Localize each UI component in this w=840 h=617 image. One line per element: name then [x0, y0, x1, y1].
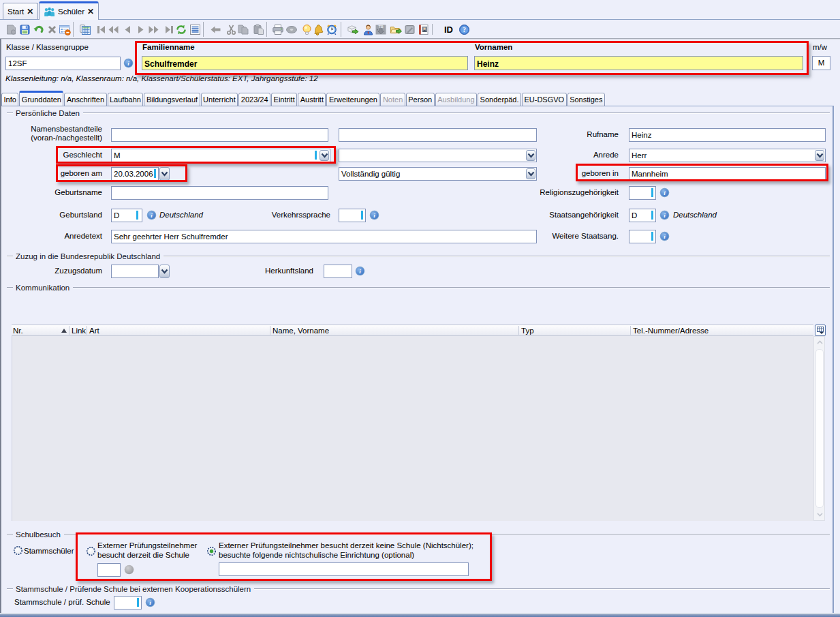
info-icon[interactable]: i — [659, 231, 670, 241]
klasse-input[interactable]: 12SF — [5, 57, 121, 70]
column-chooser-button[interactable] — [815, 325, 826, 336]
save-button[interactable] — [18, 23, 31, 35]
info-icon[interactable]: i — [146, 210, 157, 220]
einrichtung-input[interactable] — [219, 562, 469, 576]
info-icon[interactable]: i — [369, 210, 379, 220]
copy-button[interactable] — [237, 23, 249, 35]
hint-bulb-button[interactable] — [300, 23, 313, 35]
tab-eintritt[interactable]: Eintritt — [271, 93, 297, 106]
tab-unterricht[interactable]: Unterricht — [201, 93, 238, 106]
column-header-nr[interactable]: Nr. — [13, 327, 23, 335]
zuzugsdatum-input[interactable] — [111, 265, 159, 278]
navigate-back-button[interactable] — [209, 23, 221, 35]
column-header-art[interactable]: Art — [89, 327, 99, 335]
close-icon[interactable]: ✕ — [27, 7, 33, 16]
window-tab-schueler[interactable]: Schüler ✕ — [39, 1, 99, 20]
alarm-clock-button[interactable] — [326, 23, 338, 35]
anrede-combo[interactable]: Herr — [629, 149, 826, 162]
tab-erweiterungen[interactable]: Erweiterungen — [326, 93, 379, 106]
folder-export-button[interactable] — [390, 23, 402, 35]
mw-input[interactable]: M — [812, 56, 830, 70]
herkunftsland-input[interactable] — [324, 265, 352, 278]
address-book-button[interactable] — [417, 23, 429, 35]
list-view-button[interactable] — [189, 23, 201, 35]
info-icon[interactable]: i — [659, 210, 670, 220]
next-record-button[interactable] — [134, 23, 146, 35]
rufname-input[interactable]: Heinz — [629, 128, 826, 142]
fast-backward-button[interactable] — [107, 23, 119, 35]
column-header-name-vorname[interactable]: Name, Vorname — [273, 327, 329, 335]
delete-button[interactable] — [46, 23, 58, 35]
disc-button[interactable] — [285, 23, 298, 35]
new-button[interactable] — [5, 23, 17, 35]
namensbestandteile-input-1[interactable] — [111, 128, 328, 142]
module-export-button[interactable] — [347, 23, 359, 35]
familienname-input[interactable]: Schulfremder — [142, 56, 468, 70]
anrede-dropdown-button[interactable] — [815, 150, 824, 161]
tab-laufbahn[interactable]: Laufbahn — [108, 93, 144, 106]
form-remove-button[interactable] — [59, 23, 71, 35]
zuzugsdatum-dropdown-button[interactable] — [159, 265, 170, 278]
table-scrollbar[interactable] — [813, 336, 825, 521]
id-button[interactable]: ID — [444, 25, 453, 35]
geschlecht-combo[interactable]: M — [111, 149, 330, 162]
print-button[interactable] — [272, 23, 284, 35]
tab-grunddaten[interactable]: Grunddaten — [19, 91, 63, 106]
extern-schule-input[interactable] — [97, 563, 121, 577]
anredetext-input[interactable]: Sehr geehrter Herr Schulfremder — [111, 230, 537, 243]
first-record-button[interactable] — [95, 23, 107, 35]
gueltigkeit-combo[interactable]: Vollständig gültig — [339, 167, 537, 181]
info-icon[interactable]: i — [123, 58, 134, 68]
namensbestandteile-input-2[interactable] — [339, 128, 537, 142]
scroll-up-icon[interactable] — [815, 339, 824, 346]
tab-bildungsverlauf[interactable]: Bildungsverlauf — [144, 93, 200, 106]
column-header-link[interactable]: Link — [72, 327, 86, 335]
scrollbar-thumb[interactable] — [815, 349, 824, 508]
radio-extern-schule-label-line1[interactable]: Externer Prüfungsteilnehmer — [97, 541, 197, 550]
last-record-button[interactable] — [163, 23, 175, 35]
geboren-in-input[interactable]: Mannheim — [629, 167, 826, 181]
previous-record-button[interactable] — [121, 23, 134, 35]
kommunikation-table-body[interactable] — [12, 336, 813, 521]
geburtsname-input[interactable] — [111, 186, 328, 200]
vornamen-input[interactable]: Heinz — [474, 56, 803, 70]
paste-button[interactable] — [252, 23, 264, 35]
datasheet-button[interactable] — [79, 23, 91, 35]
tab-austritt[interactable]: Austritt — [298, 93, 326, 106]
fast-forward-button[interactable] — [147, 23, 159, 35]
user-button[interactable] — [362, 23, 374, 35]
tab-info[interactable]: Info — [1, 93, 18, 106]
radio-extern-keine-label-line2[interactable]: besuchte folgende nichtschulische Einric… — [219, 551, 414, 559]
refresh-button[interactable] — [175, 23, 187, 35]
radio-stammschueler[interactable] — [13, 545, 23, 556]
tab-sonstiges[interactable]: Sonstiges — [567, 93, 605, 106]
geschlecht-dropdown-button[interactable] — [320, 150, 329, 161]
tab-2023-24[interactable]: 2023/24 — [238, 93, 270, 106]
geschlecht-zusatz-combo[interactable] — [339, 149, 537, 162]
radio-extern-besucht-schule[interactable] — [86, 546, 96, 556]
radio-extern-schule-label-line2[interactable]: besucht derzeit die Schule — [97, 551, 189, 559]
tab-person[interactable]: Person — [406, 93, 435, 106]
info-icon[interactable]: i — [355, 266, 365, 276]
help-button[interactable]: ? — [458, 23, 470, 35]
notification-bell-button[interactable] — [313, 23, 325, 35]
column-header-typ[interactable]: Typ — [521, 327, 534, 335]
close-icon[interactable]: ✕ — [87, 7, 94, 16]
geboren-am-input[interactable]: 20.03.2006 — [111, 167, 159, 181]
scroll-down-icon[interactable] — [815, 511, 824, 518]
notes-button[interactable] — [403, 23, 416, 35]
cut-button[interactable] — [225, 23, 237, 35]
tab-anschriften[interactable]: Anschriften — [64, 93, 106, 106]
info-icon[interactable]: i — [145, 597, 155, 607]
undo-button[interactable] — [32, 23, 44, 35]
info-icon[interactable]: i — [659, 187, 670, 198]
radio-extern-keine-schule[interactable] — [206, 546, 217, 556]
tb-transfer-button[interactable]: TB — [375, 23, 387, 35]
radio-stammschueler-label[interactable]: Stammschüler — [24, 547, 74, 555]
tab-sonderpaed[interactable]: Sonderpäd. — [478, 93, 521, 106]
column-header-tel-adresse[interactable]: Tel.-Nummer/Adresse — [633, 327, 709, 335]
geboren-am-dropdown-button[interactable] — [159, 167, 170, 181]
radio-extern-keine-label-line1[interactable]: Externer Prüfungsteilnehmer besucht derz… — [219, 541, 473, 550]
window-tab-start[interactable]: Start ✕ — [3, 3, 38, 20]
tab-eu-dsgvo[interactable]: EU-DSGVO — [522, 93, 567, 106]
